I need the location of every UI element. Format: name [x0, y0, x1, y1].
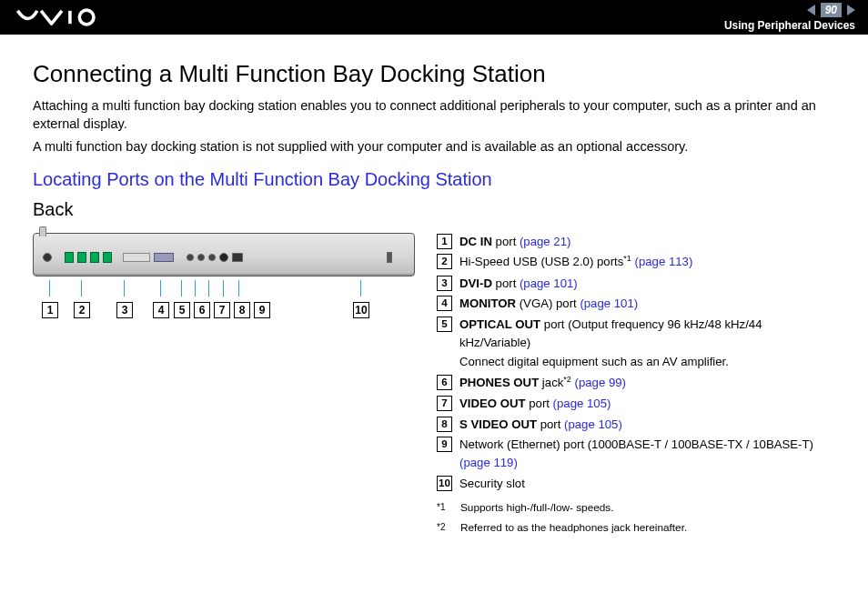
port-legend: 1DC IN port (page 21)2Hi-Speed USB (USB …: [437, 233, 835, 540]
footnote: *1Supports high-/full-/low- speeds.: [437, 500, 835, 517]
legend-row: 9Network (Ethernet) port (1000BASE-T / 1…: [437, 436, 835, 472]
port-phones-out: [197, 254, 205, 261]
port-usb: [77, 252, 86, 263]
page-content: Connecting a Multi Function Bay Docking …: [0, 35, 868, 539]
legend-number-box: 6: [437, 375, 452, 390]
page-link[interactable]: (page 101): [520, 276, 578, 290]
svg-rect-0: [68, 11, 72, 24]
page-link[interactable]: (page 99): [571, 376, 626, 389]
prev-page-arrow[interactable]: [807, 5, 815, 15]
section-label: Using Peripheral Devices: [724, 19, 855, 32]
page-link[interactable]: (page 105): [564, 417, 622, 431]
legend-number-box: 8: [437, 417, 452, 432]
page-link[interactable]: (page 21): [520, 235, 570, 248]
footnotes: *1Supports high-/full-/low- speeds.*2Ref…: [437, 500, 835, 536]
page-nav: 90: [807, 3, 855, 17]
legend-row: 3DVI-D port (page 101): [437, 275, 835, 293]
legend-number-box: 3: [437, 276, 452, 291]
port-s-video-out: [219, 253, 228, 262]
page-link[interactable]: (page 119): [459, 456, 518, 469]
legend-text: Security slot: [459, 475, 835, 493]
docking-station-diagram: 1 2 3 4 5 6 7 8 9 10: [33, 233, 415, 322]
callout-2: 2: [74, 302, 90, 318]
view-label: Back: [33, 199, 835, 220]
callout-4: 4: [153, 302, 169, 318]
legend-row: 7VIDEO OUT port (page 105): [437, 395, 835, 413]
intro-text: Attaching a multi function bay docking s…: [33, 97, 835, 156]
port-ethernet: [232, 253, 243, 262]
port-vga: [154, 253, 174, 262]
port-usb: [90, 252, 99, 263]
port-security-slot: [387, 252, 392, 263]
legend-row: 10Security slot: [437, 475, 835, 493]
callout-8: 8: [234, 302, 250, 318]
callout-7: 7: [214, 302, 230, 318]
legend-text: Network (Ethernet) port (1000BASE-T / 10…: [459, 436, 835, 472]
port-dvi-d: [123, 253, 150, 262]
legend-row: 2Hi-Speed USB (USB 2.0) ports*1 (page 11…: [437, 253, 835, 271]
svg-point-1: [79, 10, 94, 25]
callout-5: 5: [174, 302, 190, 318]
page-link[interactable]: (page 113): [631, 256, 692, 269]
legend-text: MONITOR (VGA) port (page 101): [459, 295, 835, 313]
intro-p1: Attaching a multi function bay docking s…: [33, 97, 835, 133]
legend-text: DC IN port (page 21): [459, 233, 835, 251]
legend-number-box: 4: [437, 296, 452, 311]
next-page-arrow[interactable]: [847, 5, 855, 15]
callout-numbers: 1 2 3 4 5 6 7 8 9 10: [33, 302, 415, 322]
legend-number-box: 7: [437, 396, 452, 411]
legend-number-box: 1: [437, 234, 452, 249]
legend-row: 6PHONES OUT jack*2 (page 99): [437, 374, 835, 392]
legend-number-box: 5: [437, 317, 452, 332]
legend-row: 8S VIDEO OUT port (page 105): [437, 416, 835, 434]
page-link[interactable]: (page 101): [580, 296, 638, 310]
port-usb: [65, 252, 74, 263]
callout-6: 6: [194, 302, 210, 318]
port-dc-in: [43, 253, 52, 262]
vaio-logo: [16, 8, 107, 26]
legend-text: Hi-Speed USB (USB 2.0) ports*1 (page 113…: [459, 253, 835, 271]
legend-text: PHONES OUT jack*2 (page 99): [459, 374, 835, 392]
page-number: 90: [821, 3, 842, 17]
legend-text: OPTICAL OUT port (Output frequency 96 kH…: [459, 316, 835, 370]
port-usb: [103, 252, 112, 263]
callout-9: 9: [254, 302, 270, 318]
legend-text: VIDEO OUT port (page 105): [459, 395, 835, 413]
legend-number-box: 9: [437, 437, 452, 452]
legend-text: DVI-D port (page 101): [459, 275, 835, 293]
legend-number-box: 10: [437, 476, 452, 491]
port-video-out: [208, 254, 216, 261]
page-title: Connecting a Multi Function Bay Docking …: [33, 60, 835, 88]
legend-text: S VIDEO OUT port (page 105): [459, 416, 835, 434]
callout-3: 3: [116, 302, 133, 318]
page-link[interactable]: (page 105): [553, 397, 611, 410]
legend-row: 1DC IN port (page 21): [437, 233, 835, 251]
legend-number-box: 2: [437, 254, 452, 269]
callout-1: 1: [42, 302, 58, 318]
page-header: 90 Using Peripheral Devices: [0, 0, 868, 35]
legend-row: 5OPTICAL OUT port (Output frequency 96 k…: [437, 316, 835, 370]
callout-10: 10: [353, 302, 369, 318]
callout-lines: [33, 280, 415, 302]
dock-body: [33, 233, 415, 276]
port-optical-out: [187, 254, 194, 261]
subtitle: Locating Ports on the Multi Function Bay…: [33, 169, 835, 190]
intro-p2: A multi function bay docking station is …: [33, 138, 835, 156]
footnote: *2Referred to as the headphones jack her…: [437, 520, 835, 537]
legend-row: 4MONITOR (VGA) port (page 101): [437, 295, 835, 313]
